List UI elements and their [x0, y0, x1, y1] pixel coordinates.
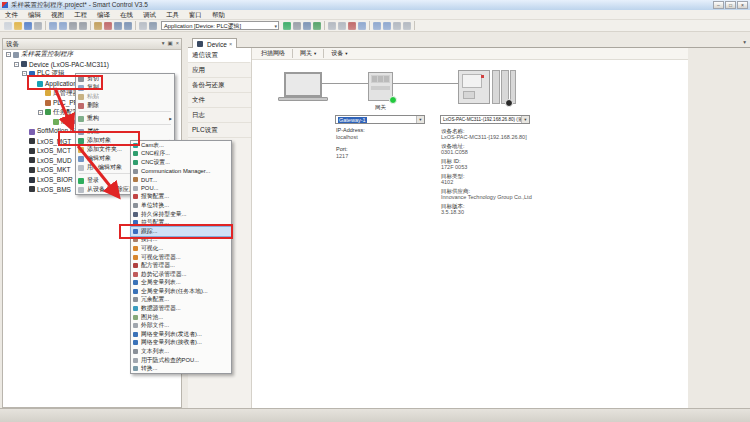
context-menu-item-3[interactable]: 删除: [76, 101, 174, 110]
context-menu-item-1[interactable]: 复制: [76, 83, 174, 92]
add-object-item-4[interactable]: DUT...: [131, 175, 231, 184]
menu-3[interactable]: 工程: [69, 10, 92, 20]
add-object-item-25[interactable]: 用于隐式检查的POU...: [131, 356, 231, 365]
menu-7[interactable]: 工具: [161, 10, 184, 20]
menu-9[interactable]: 帮助: [207, 10, 230, 20]
context-menu-item-0[interactable]: 剪切: [76, 74, 174, 83]
add-object-item-6[interactable]: 报警配置...: [131, 193, 231, 202]
menu-8[interactable]: 窗口: [184, 10, 207, 20]
add-object-item-14[interactable]: 配方管理器...: [131, 261, 231, 270]
tab-scroll-icon[interactable]: ▾: [743, 39, 746, 45]
menu-6[interactable]: 调试: [138, 10, 161, 20]
add-object-item-9[interactable]: 符号配置...: [131, 218, 231, 227]
bookmark-icon[interactable]: [139, 22, 147, 30]
step-out-icon[interactable]: [383, 22, 391, 30]
add-object-item-26[interactable]: 转换...: [131, 364, 231, 373]
editor-toolbar-1[interactable]: 网关▾: [297, 49, 319, 58]
device-editor-nav-1[interactable]: 应用: [188, 63, 251, 78]
device-editor-nav-5[interactable]: PLC设置: [188, 123, 251, 138]
add-object-item-3[interactable]: Communication Manager...: [131, 167, 231, 176]
plc-select-dropdown-icon[interactable]: ▾: [521, 116, 529, 123]
plc-select[interactable]: LxOS-PAC-MC311-(192.168.26.80) (激活) ▾: [440, 115, 530, 124]
combo-dropdown-icon[interactable]: ▾: [274, 22, 277, 30]
add-object-item-21[interactable]: 外部文件...: [131, 321, 231, 330]
editor-toolbar-dropdown-icon[interactable]: ▾: [314, 51, 316, 56]
add-object-item-24[interactable]: 文本列表...: [131, 347, 231, 356]
device-editor-nav-3[interactable]: 文件: [188, 93, 251, 108]
replace-icon[interactable]: [124, 22, 132, 30]
pin-icon[interactable]: ▣: [168, 39, 173, 48]
maximize-button[interactable]: □: [725, 1, 736, 9]
tree-item--[interactable]: -采样装置控制程序: [3, 50, 181, 60]
collapse-icon[interactable]: -: [22, 71, 27, 76]
add-object-item-12[interactable]: 可视化...: [131, 244, 231, 253]
add-object-item-22[interactable]: 网络变量列表(发送者)...: [131, 330, 231, 339]
step-over-icon[interactable]: [358, 22, 366, 30]
single-cycle-icon[interactable]: [338, 22, 346, 30]
editor-toolbar-0[interactable]: 扫描网络: [258, 49, 288, 58]
add-object-item-17[interactable]: 全局变量列表(任务本地)...: [131, 287, 231, 296]
add-object-item-5[interactable]: POU...: [131, 184, 231, 193]
add-object-item-7[interactable]: 单位转换...: [131, 201, 231, 210]
add-object-item-13[interactable]: 可视化管理器...: [131, 253, 231, 262]
tab-close-icon[interactable]: ×: [229, 41, 232, 47]
add-object-item-8[interactable]: 持久保持型变量...: [131, 210, 231, 219]
download-icon[interactable]: [303, 22, 311, 30]
save-icon[interactable]: [24, 22, 32, 30]
context-menu-item-2[interactable]: 粘贴: [76, 92, 174, 101]
copy-icon[interactable]: [79, 22, 87, 30]
gateway-select[interactable]: Gateway-1 ▾: [335, 115, 425, 124]
minimize-button[interactable]: –: [713, 1, 724, 9]
paste-icon[interactable]: [94, 22, 102, 30]
context-menu-item-7[interactable]: 属性...: [76, 127, 174, 136]
reset-icon[interactable]: [393, 22, 401, 30]
collapse-icon[interactable]: -: [14, 62, 19, 67]
gateway-select-dropdown-icon[interactable]: ▾: [416, 116, 424, 123]
undo-icon[interactable]: [49, 22, 57, 30]
device-editor-nav-0[interactable]: 通信设置: [188, 48, 251, 63]
new-file-icon[interactable]: [4, 22, 12, 30]
context-menu-item-5[interactable]: 重构▶: [76, 114, 174, 123]
add-object-item-23[interactable]: 网络变量列表(接收者)...: [131, 339, 231, 348]
find-icon[interactable]: [114, 22, 122, 30]
delete-icon[interactable]: [104, 22, 112, 30]
add-object-item-18[interactable]: 冗余配置...: [131, 296, 231, 305]
menu-4[interactable]: 编译: [92, 10, 115, 20]
close-button[interactable]: ×: [737, 1, 748, 9]
panel-close-icon[interactable]: ×: [176, 39, 179, 48]
active-application-combo[interactable]: Application [Device: PLC逻辑]▾: [161, 21, 279, 30]
add-object-item-20[interactable]: 图片池...: [131, 313, 231, 322]
add-object-item-10[interactable]: 跟踪...: [131, 227, 231, 236]
step-into-icon[interactable]: [373, 22, 381, 30]
add-object-item-0[interactable]: Cam表...: [131, 141, 231, 150]
add-object-item-16[interactable]: 全局变量列表...: [131, 279, 231, 288]
open-project-icon[interactable]: [14, 22, 22, 30]
logout-icon[interactable]: [293, 22, 301, 30]
menu-0[interactable]: 文件: [0, 10, 23, 20]
login-icon[interactable]: [283, 22, 291, 30]
settings-icon[interactable]: [403, 22, 411, 30]
breakpoint-icon[interactable]: [348, 22, 356, 30]
collapse-icon[interactable]: -: [38, 110, 43, 115]
build-icon[interactable]: [149, 22, 157, 30]
add-object-item-1[interactable]: CNC程序...: [131, 150, 231, 159]
menu-5[interactable]: 在线: [115, 10, 138, 20]
add-object-item-19[interactable]: 数据源管理器...: [131, 304, 231, 313]
add-object-item-15[interactable]: 趋势记录管理器...: [131, 270, 231, 279]
editor-toolbar-dropdown-icon[interactable]: ▾: [345, 51, 347, 56]
menu-2[interactable]: 视图: [46, 10, 69, 20]
add-object-item-11[interactable]: 接口...: [131, 236, 231, 245]
menu-1[interactable]: 编辑: [23, 10, 46, 20]
collapse-icon[interactable]: -: [6, 52, 11, 57]
dock-menu-icon[interactable]: ▾: [162, 39, 165, 48]
device-editor-nav-4[interactable]: 日志: [188, 108, 251, 123]
print-icon[interactable]: [34, 22, 42, 30]
cut-icon[interactable]: [69, 22, 77, 30]
start-icon[interactable]: [313, 22, 321, 30]
redo-icon[interactable]: [59, 22, 67, 30]
editor-toolbar-2[interactable]: 设备▾: [328, 49, 350, 58]
add-object-item-2[interactable]: CNC设置...: [131, 158, 231, 167]
stop-icon[interactable]: [328, 22, 336, 30]
device-editor-nav-2[interactable]: 备份与还原: [188, 78, 251, 93]
tree-item-device-lxos-pac-mc311-[interactable]: -Device (LxOS-PAC-MC311): [3, 60, 181, 70]
